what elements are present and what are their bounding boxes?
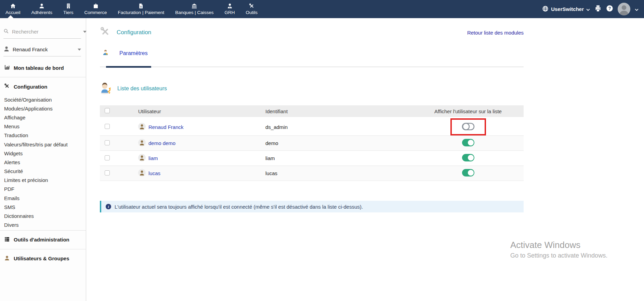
user-avatar-icon <box>138 169 146 178</box>
user-switcher-menu[interactable]: UserSwitcher <box>542 5 590 13</box>
hrm-icon <box>226 3 234 9</box>
section-header: Liste des utilisateurs <box>100 81 524 96</box>
chevron-down-icon <box>586 6 590 12</box>
svg-text:$: $ <box>141 5 142 8</box>
sidebar-item-dashboard[interactable]: Mon tableau de bord <box>0 59 86 76</box>
billing-icon: $ <box>137 3 145 9</box>
activate-windows-watermark: Activate Windows Go to Settings to activ… <box>510 240 607 259</box>
nav-item-banques[interactable]: Banques | Caisses <box>170 0 219 18</box>
user-gear-icon <box>102 49 109 57</box>
main-content: Configuration Retour liste des modules P… <box>86 18 644 301</box>
row-checkbox[interactable] <box>105 140 110 145</box>
nav-item-outils[interactable]: Outils <box>240 0 263 18</box>
table-row: Renaud Franck ds_admin <box>100 118 524 136</box>
nav-item-facturation[interactable]: $ Facturation | Paiement <box>113 0 170 18</box>
select-all-checkbox[interactable] <box>105 108 110 113</box>
users-table: Utilisateur Identifiant Afficher l'utili… <box>100 105 524 181</box>
avatar[interactable] <box>618 3 630 15</box>
sidebar-section-users-groups[interactable]: Utilisateurs & Groupes <box>0 250 86 267</box>
row-checkbox[interactable] <box>105 155 110 160</box>
nav-label: Commerce <box>84 10 107 15</box>
user-switch-icon <box>100 81 113 96</box>
sidebar-section-label: Outils d'administration <box>14 237 69 243</box>
print-button[interactable] <box>594 5 602 13</box>
table-row: lucas lucas <box>100 166 524 181</box>
back-to-modules-link[interactable]: Retour liste des modules <box>467 30 524 36</box>
user-avatar-icon <box>138 154 146 162</box>
row-checkbox[interactable] <box>105 170 110 175</box>
row-checkbox[interactable] <box>105 124 110 129</box>
sidebar-item-emails[interactable]: Emails <box>0 194 86 202</box>
nav-item-tiers[interactable]: Tiers <box>58 0 79 18</box>
chevron-down-icon[interactable] <box>635 6 639 12</box>
navbar-right: UserSwitcher ? <box>542 0 644 18</box>
nav-item-adherents[interactable]: Adhérents <box>26 0 58 18</box>
member-icon <box>38 3 45 9</box>
divider <box>0 249 86 249</box>
sidebar-item-affichage[interactable]: Affichage <box>0 113 86 122</box>
tab-bar: Paramètres <box>100 49 524 67</box>
user-login: ds_admin <box>265 124 288 130</box>
section-title: Liste des utilisateurs <box>117 86 167 92</box>
info-banner: i L'utilisateur actuel sera toujours aff… <box>100 201 524 212</box>
user-link[interactable]: liam <box>148 155 158 161</box>
printer-icon <box>594 5 602 13</box>
user-silhouette-icon <box>3 46 10 53</box>
sidebar-item-modules[interactable]: Modules/Applications <box>0 104 86 113</box>
watermark-line1: Activate Windows <box>510 240 607 250</box>
sidebar-item-widgets[interactable]: Widgets <box>0 149 86 158</box>
sidebar-section-label: Utilisateurs & Groupes <box>14 256 69 261</box>
column-header-user: Utilisateur <box>138 105 265 118</box>
tools-icon <box>248 3 255 9</box>
sidebar-item-securite[interactable]: Sécurité <box>0 167 86 176</box>
sidebar-item-sms[interactable]: SMS <box>0 202 86 211</box>
tools-icon <box>100 26 110 39</box>
search-input[interactable] <box>12 29 80 35</box>
sidebar: Renaud Franck Mon tableau de bord Config… <box>0 18 86 301</box>
help-button[interactable]: ? <box>606 5 613 13</box>
help-icon: ? <box>606 5 613 13</box>
toggle-on[interactable] <box>462 154 475 163</box>
toggle-off[interactable] <box>462 122 475 132</box>
nav-item-accueil[interactable]: Accueil <box>0 0 26 18</box>
user-login: demo <box>265 140 278 146</box>
nav-item-grh[interactable]: GRH <box>219 0 240 18</box>
watermark-line2: Go to Settings to activate Windows. <box>510 252 607 259</box>
sidebar-item-label: Mon tableau de bord <box>14 65 64 71</box>
sidebar-item-alertes[interactable]: Alertes <box>0 158 86 167</box>
user-link[interactable]: Renaud Franck <box>148 124 184 130</box>
info-message: L'utilisateur actuel sera toujours affic… <box>115 204 363 210</box>
tab-label: Paramètres <box>119 50 148 56</box>
sidebar-item-traduction[interactable]: Traduction <box>0 131 86 140</box>
info-icon: i <box>106 204 111 209</box>
toggle-on[interactable] <box>462 169 475 178</box>
column-header-show: Afficher l'utilisateur sur la liste <box>412 105 524 118</box>
user-select-value: Renaud Franck <box>13 47 75 52</box>
top-navbar: Accueil Adhérents Tiers Commerce $ Factu… <box>0 0 644 18</box>
sidebar-item-dictionnaires[interactable]: Dictionnaires <box>0 211 86 220</box>
sidebar-item-limites[interactable]: Limites et précision <box>0 176 86 185</box>
sidebar-item-menus[interactable]: Menus <box>0 122 86 131</box>
sidebar-section-configuration[interactable]: Configuration <box>0 78 86 95</box>
tools-icon <box>4 83 10 90</box>
user-select[interactable]: Renaud Franck <box>3 43 81 56</box>
tab-parametres[interactable]: Paramètres <box>100 49 148 57</box>
nav-item-commerce[interactable]: Commerce <box>79 0 113 18</box>
user-link[interactable]: lucas <box>148 170 160 176</box>
server-icon <box>4 236 10 243</box>
sidebar-section-admin-tools[interactable]: Outils d'administration <box>0 231 86 248</box>
column-header-login: Identifiant <box>265 105 412 118</box>
sidebar-item-divers[interactable]: Divers <box>0 221 86 230</box>
divider <box>0 230 86 231</box>
toggle-on[interactable] <box>462 139 475 148</box>
bank-icon <box>190 3 198 9</box>
sidebar-item-valeurs[interactable]: Valeurs/filtres/tris par défaut <box>0 140 86 149</box>
search-icon <box>3 28 9 35</box>
nav-label: Accueil <box>5 10 21 15</box>
table-row: demo demo demo <box>100 136 524 151</box>
user-link[interactable]: demo demo <box>148 140 175 146</box>
sidebar-item-pdf[interactable]: PDF <box>0 185 86 194</box>
sidebar-item-societe[interactable]: Société/Organisation <box>0 95 86 104</box>
nav-label: Tiers <box>63 10 74 15</box>
main-menu: Accueil Adhérents Tiers Commerce $ Factu… <box>0 0 263 18</box>
